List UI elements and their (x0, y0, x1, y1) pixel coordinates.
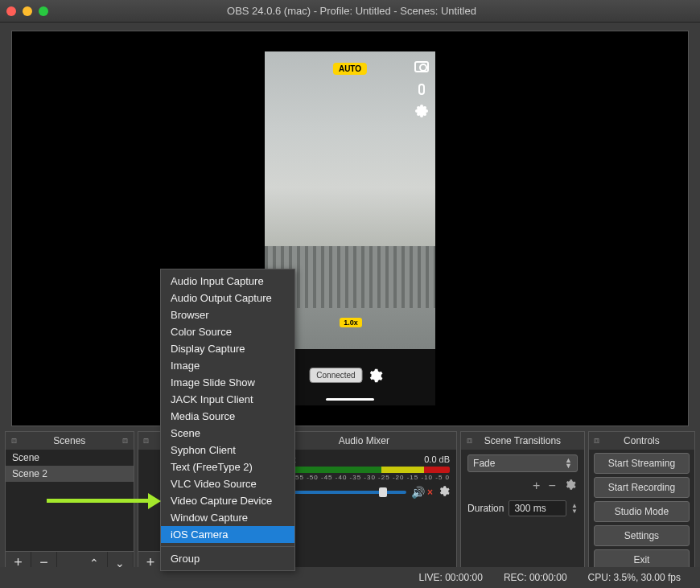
dock-pin-icon[interactable]: ⧈ (142, 435, 151, 445)
audio-meter (278, 467, 450, 473)
scene-transitions-panel: ⧈ Scene Transitions Fade ▲▼ + − Duration… (460, 431, 585, 574)
ctx-item-color-source[interactable]: Color Source (161, 323, 294, 340)
mute-icon[interactable]: 🔊 (411, 486, 425, 499)
scene-transitions-title: Scene Transitions (484, 435, 561, 446)
ctx-item-video-capture-device[interactable]: Video Capture Device (161, 492, 294, 509)
camera-settings-icon (367, 368, 383, 386)
ctx-separator (161, 546, 294, 547)
connected-status: Connected (309, 368, 362, 383)
preview-area: AUTO 1.0x Connected (0, 23, 700, 431)
volume-slider[interactable] (278, 491, 406, 494)
ctx-item-image[interactable]: Image (161, 357, 294, 374)
settings-button[interactable]: Settings (594, 525, 690, 546)
ctx-item-audio-input-capture[interactable]: Audio Input Capture (161, 273, 294, 290)
add-source-context-menu: Audio Input Capture Audio Output Capture… (160, 269, 295, 571)
duration-label: Duration (467, 503, 504, 514)
controls-title: Controls (624, 435, 660, 446)
scene-transitions-header: ⧈ Scene Transitions (461, 432, 584, 450)
camera-zoom-badge: 1.0x (340, 318, 362, 327)
scenes-panel: ⧈ Scenes ⧈ Scene Scene 2 + − ⌃ ⌄ (5, 431, 134, 574)
scene-item[interactable]: Scene 2 (6, 466, 134, 482)
start-recording-button[interactable]: Start Recording (594, 477, 690, 498)
audio-settings-button[interactable] (438, 485, 450, 500)
ctx-item-display-capture[interactable]: Display Capture (161, 340, 294, 357)
titlebar: OBS 24.0.6 (mac) - Profile: Untitled - S… (0, 0, 700, 23)
audio-mixer-header: Audio Mixer (272, 432, 456, 450)
ctx-item-vlc-video-source[interactable]: VLC Video Source (161, 475, 294, 492)
audio-mixer-body: /Aux 0.0 dB -60 -55 -50 -45 -40 -35 -30 … (272, 450, 456, 574)
transition-settings-button[interactable] (564, 479, 576, 494)
ctx-item-media-source[interactable]: Media Source (161, 408, 294, 425)
dock-pin-icon[interactable]: ⧈ (121, 435, 130, 445)
status-live: LIVE: 00:00:00 (418, 572, 482, 583)
remove-transition-button[interactable]: − (548, 479, 555, 494)
select-arrows-icon: ▲▼ (565, 458, 572, 469)
ctx-item-browser[interactable]: Browser (161, 306, 294, 323)
add-transition-button[interactable]: + (533, 479, 540, 494)
studio-mode-button[interactable]: Studio Mode (594, 501, 690, 522)
dock-pin-icon[interactable]: ⧈ (464, 435, 474, 445)
controls-panel: ⧈ Controls Start Streaming Start Recordi… (588, 431, 695, 574)
ctx-item-window-capture[interactable]: Window Capture (161, 509, 294, 526)
scenes-title: Scenes (53, 435, 85, 446)
dock-pin-icon[interactable]: ⧈ (9, 435, 19, 445)
camera-flip-icon (414, 61, 429, 72)
window-title: OBS 24.0.6 (mac) - Profile: Untitled - S… (10, 5, 694, 17)
status-bar: LIVE: 00:00:00 REC: 00:00:00 CPU: 3.5%, … (0, 567, 700, 588)
home-indicator (326, 398, 374, 401)
ctx-item-jack-input-client[interactable]: JACK Input Client (161, 391, 294, 408)
ctx-item-group[interactable]: Group (161, 550, 294, 567)
microphone-icon (418, 84, 425, 95)
transition-selected-value: Fade (473, 458, 495, 469)
start-streaming-button[interactable]: Start Streaming (594, 453, 690, 474)
ctx-item-scene[interactable]: Scene (161, 425, 294, 442)
status-rec: REC: 00:00:00 (504, 572, 567, 583)
camera-auto-badge: AUTO (333, 63, 367, 75)
ctx-item-text-freetype2[interactable]: Text (FreeType 2) (161, 458, 294, 475)
scenes-header: ⧈ Scenes ⧈ (6, 432, 134, 450)
duration-stepper[interactable]: ▲▼ (571, 503, 578, 514)
audio-db-value: 0.0 dB (424, 454, 450, 464)
brightness-icon (417, 106, 426, 116)
controls-header: ⧈ Controls (589, 432, 694, 450)
preview-canvas[interactable]: AUTO 1.0x Connected (11, 31, 689, 426)
audio-mixer-panel: Audio Mixer /Aux 0.0 dB -60 -55 -50 -45 … (271, 431, 457, 574)
ctx-item-image-slide-show[interactable]: Image Slide Show (161, 374, 294, 391)
annotation-arrow (47, 499, 150, 503)
status-cpu: CPU: 3.5%, 30.00 fps (588, 572, 681, 583)
audio-ticks: -60 -55 -50 -45 -40 -35 -30 -25 -20 -15 … (278, 474, 450, 481)
ctx-item-ios-camera[interactable]: iOS Camera (161, 526, 294, 543)
scene-item[interactable]: Scene (6, 450, 134, 466)
transition-select[interactable]: Fade ▲▼ (467, 454, 578, 472)
audio-mixer-title: Audio Mixer (339, 435, 389, 446)
dock-pin-icon[interactable]: ⧈ (592, 435, 602, 445)
ctx-item-audio-output-capture[interactable]: Audio Output Capture (161, 290, 294, 306)
mute-x-icon: × (427, 487, 433, 498)
duration-input[interactable]: 300 ms (509, 500, 566, 516)
ctx-item-syphon-client[interactable]: Syphon Client (161, 442, 294, 458)
